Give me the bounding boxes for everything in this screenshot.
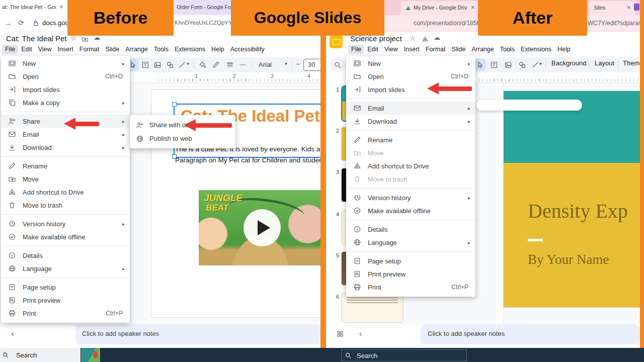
left-notes-box[interactable]: Click to add speaker notes <box>75 324 320 344</box>
image-tool-icon[interactable] <box>151 59 164 71</box>
right-taskbar-search[interactable]: Search <box>341 349 467 361</box>
selection-handle[interactable] <box>172 102 177 107</box>
widgets-image[interactable] <box>81 348 100 362</box>
menu-slide[interactable]: Slide <box>448 45 468 54</box>
video-thumbnail[interactable]: JUNGLE BEAT <box>199 190 321 265</box>
menu-tools[interactable]: Tools <box>151 45 172 54</box>
menu-item-open[interactable]: OpenCtrl+O <box>1 70 130 83</box>
border-dash-icon[interactable] <box>236 59 249 71</box>
menu-edit[interactable]: Edit <box>18 45 35 54</box>
slide-subtitle-text[interactable]: By Your Name <box>528 252 609 267</box>
menu-file[interactable]: File <box>348 45 364 54</box>
menu-item-print[interactable]: PrintCtrl+P <box>346 281 475 294</box>
menu-item-page-setup[interactable]: Page setup <box>346 254 475 267</box>
slide-thumbnail-6[interactable] <box>341 293 404 323</box>
background-button[interactable]: Background <box>551 59 586 67</box>
menu-item-offline[interactable]: Make available offline <box>346 204 475 217</box>
extension-icon[interactable] <box>634 4 639 11</box>
right-slide[interactable]: Density Exp By Your Name <box>503 90 641 308</box>
menu-tools[interactable]: Tools <box>497 45 518 54</box>
menu-view[interactable]: View <box>35 45 55 54</box>
menu-item-print-preview[interactable]: Print preview <box>346 267 475 281</box>
right-url-left[interactable]: com/presentation/d/185h. <box>414 20 481 27</box>
right-tab1-close-icon[interactable]: × <box>471 4 475 11</box>
layout-button[interactable]: Layout <box>595 59 614 67</box>
shape-tool-icon[interactable] <box>516 59 528 71</box>
menu-format[interactable]: Format <box>423 45 449 54</box>
menu-help[interactable]: Help <box>208 45 227 54</box>
select-tool-icon[interactable] <box>474 59 486 71</box>
menu-format[interactable]: Format <box>76 45 103 54</box>
menu-item-language[interactable]: Language▸ <box>1 262 130 275</box>
printer-icon <box>8 309 16 317</box>
menu-help[interactable]: Help <box>554 45 574 54</box>
menu-extensions[interactable]: Extensions <box>518 45 554 54</box>
menu-item-language[interactable]: Language▸ <box>346 236 475 249</box>
menu-accessibility[interactable]: Accessibility <box>227 45 268 54</box>
textbox-tool-icon[interactable] <box>139 59 151 71</box>
menu-insert[interactable]: Insert <box>401 45 423 54</box>
menu-item-make-a-copy[interactable]: Make a copy▸ <box>1 96 130 109</box>
slide-body-line2[interactable]: Paragraph on My Pet cat for Children and… <box>175 156 321 164</box>
menu-item-move-to-trash[interactable]: Move to trash <box>1 199 130 212</box>
menu-view[interactable]: View <box>381 45 401 54</box>
menu-item-move[interactable]: Move <box>1 172 130 186</box>
menu-item-page-setup[interactable]: Page setup <box>1 281 130 294</box>
textbox-tool-icon[interactable] <box>488 59 500 71</box>
menu-item-new[interactable]: New▸ <box>1 57 130 70</box>
right-notes-box[interactable]: Click to add speaker notes <box>420 324 640 344</box>
menu-item-version-history[interactable]: Version history▸ <box>346 191 475 204</box>
menu-arrange[interactable]: Arrange <box>468 45 497 54</box>
drive-shortcut-icon[interactable] <box>422 36 429 43</box>
menu-item-details[interactable]: Details <box>1 249 130 262</box>
grid-view-icon[interactable] <box>336 330 344 338</box>
star-icon[interactable]: ☆ <box>410 34 416 42</box>
left-doc-title[interactable]: Cat: The Ideal Pet <box>6 34 67 43</box>
menu-item-download[interactable]: Download▸ <box>1 141 130 154</box>
menu-item-add-shortcut[interactable]: Add shortcut to Drive <box>346 159 475 172</box>
reload-icon[interactable]: ⟳ <box>18 19 24 27</box>
menu-insert[interactable]: Insert <box>55 45 76 54</box>
slide-title-text[interactable]: Density Exp <box>528 199 628 223</box>
right-url-right[interactable]: WC7Y/edit?sdparams=e <box>588 20 640 27</box>
left-tab-close-icon[interactable]: × <box>59 3 63 11</box>
line-caret-icon[interactable]: ▾ <box>187 61 189 66</box>
image-tool-icon[interactable] <box>502 59 514 71</box>
menu-item-rename[interactable]: Rename <box>1 159 130 172</box>
menu-item-add-shortcut[interactable]: Add shortcut to Drive <box>1 186 130 199</box>
submenu-item-publish-to-web[interactable]: Publish to web <box>130 132 235 145</box>
menu-item-offline[interactable]: Make available offline <box>1 230 130 243</box>
menu-item-download[interactable]: Download▸ <box>346 115 475 128</box>
menu-item-import-slides[interactable]: Import slides <box>1 83 130 96</box>
menu-item-new[interactable]: New▸ <box>346 57 475 70</box>
menu-extensions[interactable]: Extensions <box>172 45 208 54</box>
menu-item-print-preview[interactable]: Print preview <box>1 294 130 307</box>
font-caret-icon[interactable]: ▾ <box>285 61 287 66</box>
font-name-select[interactable]: Arial <box>259 61 272 68</box>
menu-item-rename[interactable]: Rename <box>346 133 475 146</box>
move-folder-icon[interactable] <box>82 36 89 43</box>
menu-file[interactable]: File <box>2 45 18 54</box>
menus-search-button[interactable] <box>330 57 345 72</box>
left-tab-title[interactable]: at: The Ideal Pet - Google Sli <box>2 4 56 10</box>
shape-tool-icon[interactable] <box>164 59 176 71</box>
menu-item-print[interactable]: PrintCtrl+P <box>1 307 130 320</box>
border-weight-icon[interactable] <box>224 59 236 71</box>
right-notes-collapse-icon[interactable]: ‹ <box>359 329 362 338</box>
menu-slide[interactable]: Slide <box>102 45 122 54</box>
menu-item-details[interactable]: Details <box>346 223 475 236</box>
forward-icon[interactable]: → <box>4 19 12 27</box>
menu-item-version-history[interactable]: Version history▸ <box>1 217 130 230</box>
menu-edit[interactable]: Edit <box>364 45 381 54</box>
left-taskbar-search[interactable]: Search <box>0 348 80 362</box>
line-caret-icon[interactable]: ▾ <box>539 61 542 66</box>
font-size-decrease-icon[interactable]: − <box>296 60 300 68</box>
right-tab2-close-icon[interactable]: × <box>627 4 631 11</box>
menu-item-email[interactable]: Email▸ <box>346 102 475 115</box>
play-button[interactable] <box>244 209 281 246</box>
border-color-icon[interactable] <box>210 59 222 71</box>
left-notes-collapse-icon[interactable]: ‹ <box>11 329 14 338</box>
menu-arrange[interactable]: Arrange <box>122 45 150 54</box>
menu-item-open[interactable]: OpenCtrl+O <box>346 70 475 83</box>
fill-color-icon[interactable] <box>196 59 208 71</box>
